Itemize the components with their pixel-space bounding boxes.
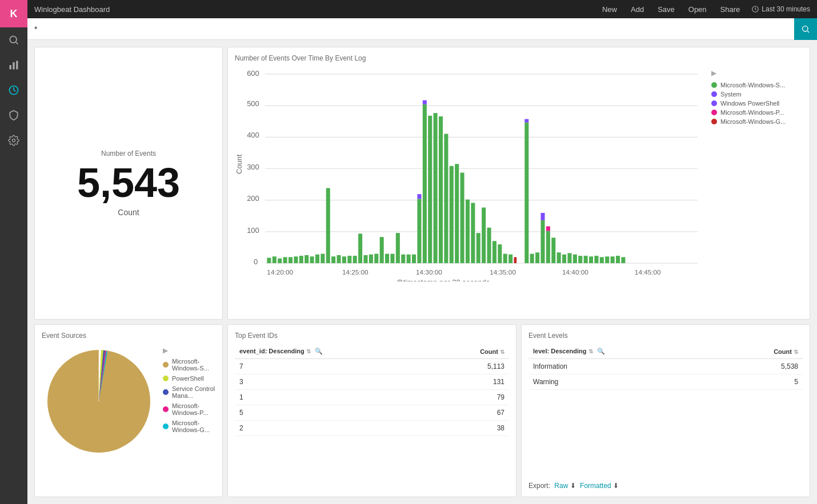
search-input[interactable] xyxy=(27,18,794,39)
count-label: Count xyxy=(118,208,139,217)
topbar-title: Winlogbeat Dashboard xyxy=(34,5,591,14)
raw-export-link[interactable]: Raw xyxy=(554,482,568,490)
svg-rect-85 xyxy=(578,256,582,263)
source-legend-3: Microsoft-Windows-P... xyxy=(163,402,215,416)
svg-rect-42 xyxy=(374,254,378,263)
svg-point-6 xyxy=(803,26,808,31)
chart-panel: Number of Events Over Time By Event Log … xyxy=(227,47,810,320)
event-id-cell: 3 xyxy=(235,374,436,390)
svg-text:0: 0 xyxy=(254,257,258,266)
svg-rect-50 xyxy=(417,199,421,263)
chart-title: Number of Events Over Time By Event Log xyxy=(235,54,803,62)
svg-rect-87 xyxy=(589,256,593,263)
svg-text:14:35:00: 14:35:00 xyxy=(490,268,516,276)
event-sources-content: ▶ Microsoft-Windows-S... PowerShell Serv… xyxy=(42,344,215,461)
number-events-panel: Number of Events 5,543 Count xyxy=(34,47,223,320)
svg-rect-46 xyxy=(396,233,400,263)
source-legend-1: PowerShell xyxy=(163,375,215,382)
svg-rect-33 xyxy=(326,188,330,264)
search-button[interactable] xyxy=(794,18,817,40)
export-bar: Export: Raw ⬇ Formatted ⬇ xyxy=(528,477,803,490)
source-label-3: Microsoft-Windows-P... xyxy=(172,402,215,416)
count-col-header[interactable]: Count ⇅ xyxy=(436,344,509,359)
level-count-col-header[interactable]: Count ⇅ xyxy=(722,344,803,359)
new-button[interactable]: New xyxy=(600,5,619,14)
svg-rect-25 xyxy=(283,257,287,263)
sidebar-item-discover[interactable] xyxy=(2,29,25,51)
svg-rect-53 xyxy=(423,100,427,104)
export-label: Export: xyxy=(528,482,550,490)
source-legend-2: Service Control Mana... xyxy=(163,385,215,399)
svg-rect-37 xyxy=(347,256,351,263)
event-id-cell: 5 xyxy=(235,405,436,421)
sidebar-item-visualize[interactable] xyxy=(2,54,25,76)
save-button[interactable]: Save xyxy=(655,5,677,14)
count-cell: 79 xyxy=(436,390,509,405)
add-button[interactable]: Add xyxy=(628,5,646,14)
level-search-icon[interactable]: 🔍 xyxy=(597,348,605,354)
event-sources-panel: Event Sources xyxy=(34,324,223,497)
share-button[interactable]: Share xyxy=(718,5,743,14)
sidebar-item-security[interactable] xyxy=(2,104,25,127)
svg-rect-24 xyxy=(278,259,282,263)
svg-rect-86 xyxy=(584,256,588,263)
time-label: Last 30 minutes xyxy=(762,5,810,13)
open-button[interactable]: Open xyxy=(686,5,709,14)
svg-point-0 xyxy=(10,36,17,43)
legend-label-1: System xyxy=(720,91,742,98)
sources-expand[interactable]: ▶ xyxy=(163,346,168,354)
svg-rect-52 xyxy=(423,104,427,263)
svg-rect-31 xyxy=(315,255,319,263)
table-row: 238 xyxy=(235,421,509,436)
source-dot-1 xyxy=(163,376,169,381)
legend-item-3: Microsoft-Windows-P... xyxy=(711,109,803,116)
svg-rect-76 xyxy=(540,220,544,263)
formatted-export-link[interactable]: Formatted xyxy=(580,482,611,490)
svg-rect-32 xyxy=(321,254,325,263)
svg-rect-72 xyxy=(524,122,528,263)
chart-container: 0 100 200 300 400 500 600 Count xyxy=(235,67,803,284)
source-dot-2 xyxy=(163,389,169,395)
event-id-search-icon[interactable]: 🔍 xyxy=(315,348,323,354)
time-range[interactable]: Last 30 minutes xyxy=(751,5,810,13)
source-legend-0: Microsoft-Windows-S... xyxy=(163,358,215,372)
svg-rect-22 xyxy=(267,258,271,263)
level-col-header[interactable]: level: Descending ⇅ 🔍 xyxy=(528,344,722,359)
legend-dot-1 xyxy=(711,91,717,97)
svg-rect-93 xyxy=(621,257,625,263)
level-count-cell: 5,538 xyxy=(722,359,803,374)
svg-rect-54 xyxy=(428,116,432,263)
svg-rect-1 xyxy=(10,65,11,70)
svg-rect-44 xyxy=(385,254,389,263)
level-col-label: level: Descending xyxy=(533,348,587,354)
event-levels-title: Event Levels xyxy=(528,332,803,340)
event-id-col-header[interactable]: event_id: Descending ⇅ 🔍 xyxy=(235,344,436,359)
count-cell: 67 xyxy=(436,405,509,421)
svg-rect-56 xyxy=(439,116,443,263)
svg-rect-23 xyxy=(273,256,277,263)
topbar: Winlogbeat Dashboard New Add Save Open S… xyxy=(27,0,817,18)
svg-rect-79 xyxy=(546,226,550,231)
sidebar-item-management[interactable] xyxy=(2,129,25,152)
svg-text:200: 200 xyxy=(247,194,259,203)
svg-rect-65 xyxy=(487,228,491,263)
svg-rect-48 xyxy=(407,255,411,263)
event-id-cell: 2 xyxy=(235,421,436,436)
source-label-0: Microsoft-Windows-S... xyxy=(172,358,215,372)
svg-text:14:25:00: 14:25:00 xyxy=(342,268,369,276)
svg-rect-82 xyxy=(562,255,566,263)
svg-rect-83 xyxy=(567,253,571,263)
svg-rect-60 xyxy=(460,173,464,264)
legend-dot-4 xyxy=(711,119,717,124)
sidebar-item-dashboard[interactable] xyxy=(2,79,25,102)
event-levels-panel: Event Levels level: Descending ⇅ 🔍 Count… xyxy=(521,324,810,497)
legend-expand[interactable]: ▶ xyxy=(711,69,716,77)
svg-rect-62 xyxy=(471,203,475,263)
svg-rect-77 xyxy=(540,213,544,220)
count-cell: 5,113 xyxy=(436,359,509,374)
svg-text:14:40:00: 14:40:00 xyxy=(562,268,588,276)
logo[interactable]: K xyxy=(0,0,27,27)
svg-rect-35 xyxy=(337,255,341,263)
searchbar xyxy=(27,18,817,40)
event-count: 5,543 xyxy=(77,162,180,203)
